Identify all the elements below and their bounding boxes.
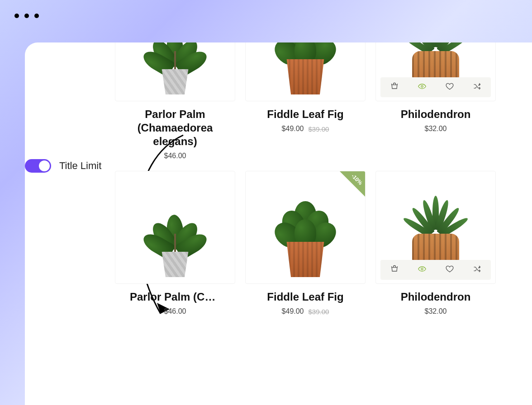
eye-icon[interactable] (418, 264, 427, 275)
title-limit-toggle[interactable] (25, 159, 51, 173)
product-title: Fiddle Leaf Fig (267, 108, 343, 121)
shuffle-icon[interactable] (473, 264, 482, 275)
product-card[interactable]: Fiddle Leaf Fig$49.00$39.00 (246, 42, 365, 160)
heart-icon[interactable] (445, 82, 454, 93)
product-image: -10% (245, 171, 366, 284)
product-card[interactable]: Philodendron$32.00 (376, 171, 495, 316)
product-price: $32.00 (425, 307, 447, 316)
dot-icon (14, 14, 19, 18)
product-card[interactable]: -10%Fiddle Leaf Fig$49.00$39.00 (246, 171, 365, 316)
cart-icon[interactable] (390, 264, 399, 275)
cart-icon[interactable] (390, 82, 399, 93)
product-price: $46.00 (164, 307, 186, 316)
eye-icon[interactable] (418, 82, 427, 93)
product-old-price: $39.00 (309, 308, 329, 316)
product-image (375, 171, 496, 284)
toggle-knob (39, 160, 50, 171)
dot-icon (34, 14, 39, 18)
product-price: $32.00 (425, 125, 447, 133)
product-price: $46.00 (164, 152, 186, 160)
product-prices: $32.00 (425, 125, 447, 133)
shuffle-icon[interactable] (473, 82, 482, 93)
title-limit-control: Title Limit (25, 159, 101, 173)
heart-icon[interactable] (445, 264, 454, 275)
product-card[interactable]: Philodendron$32.00 (376, 42, 495, 160)
product-price: $49.00 (282, 307, 304, 316)
product-prices: $46.00 (164, 152, 186, 160)
product-image (375, 42, 496, 101)
product-title: Parlor Palm (Chamaedorea elegans) (123, 108, 227, 148)
product-price: $49.00 (282, 125, 304, 133)
product-prices: $49.00$39.00 (282, 125, 329, 133)
product-image (115, 42, 235, 101)
product-actions (380, 77, 491, 97)
product-prices: $32.00 (425, 307, 447, 316)
product-grid: Parlor Palm (Chamaedorea elegans)$46.00F… (115, 42, 495, 316)
product-image (245, 42, 366, 101)
product-actions (380, 260, 491, 280)
product-prices: $49.00$39.00 (282, 307, 329, 316)
product-title: Parlor Palm (Chamaedorea elegans) (130, 290, 220, 304)
product-card[interactable]: Parlor Palm (Chamaedorea elegans)$46.00 (115, 171, 235, 316)
product-title: Philodendron (401, 108, 471, 121)
dot-icon (24, 14, 29, 18)
product-title: Fiddle Leaf Fig (260, 290, 351, 304)
product-old-price: $39.00 (309, 125, 329, 133)
preview-canvas: Title Limit Parlor Palm (Chamaedorea ele… (25, 42, 532, 405)
title-limit-label: Title Limit (59, 160, 101, 172)
window-dots (14, 14, 39, 18)
product-title: Philodendron (390, 290, 481, 304)
svg-point-0 (421, 85, 423, 87)
product-card[interactable]: Parlor Palm (Chamaedorea elegans)$46.00 (115, 42, 235, 160)
product-image (115, 171, 235, 284)
product-prices: $46.00 (164, 307, 186, 316)
svg-point-1 (421, 268, 423, 270)
